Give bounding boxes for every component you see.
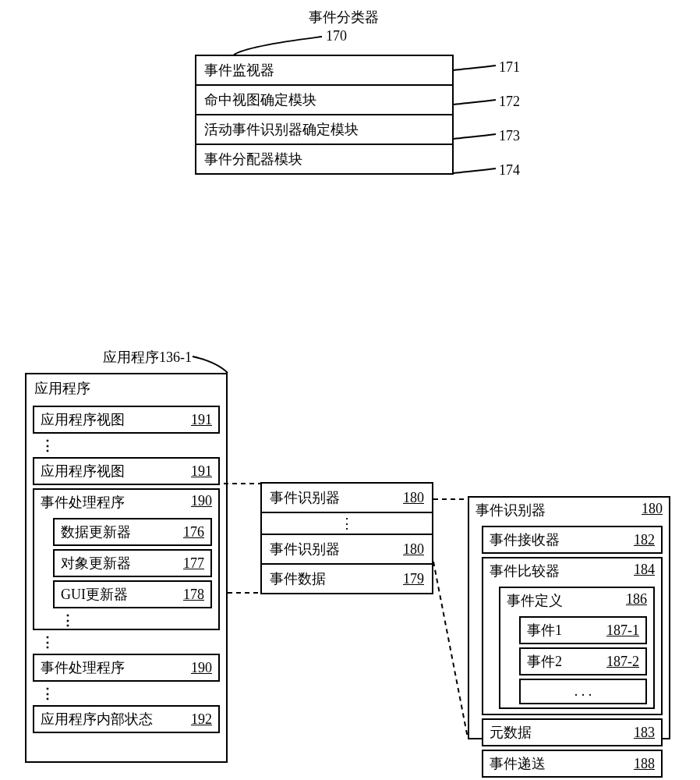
recognizer-row-1: 事件识别器 180 xyxy=(260,482,433,513)
event-handler-header: 事件处理程序 190 xyxy=(34,490,218,515)
event-definition-ref: 186 xyxy=(617,591,647,610)
event-2-label: 事件2 xyxy=(527,652,562,671)
event-comparator-header: 事件比较器 184 xyxy=(483,558,661,583)
application-box: 应用程序 应用程序视图 191 ⋮ 应用程序视图 191 事件处理程序 190 … xyxy=(25,373,228,763)
recognizer-detail-header-ref: 180 xyxy=(632,501,663,519)
application-header: 应用程序 xyxy=(27,374,226,402)
event-definition-header: 事件定义 186 xyxy=(500,588,653,613)
event-2: 事件2 187-2 xyxy=(519,647,647,675)
event-receiver-label: 事件接收器 xyxy=(490,530,560,549)
classifier-row-0-ref: 171 xyxy=(499,59,520,76)
data-updater-label: 数据更新器 xyxy=(61,523,131,541)
event-handler-2: 事件处理程序 190 xyxy=(33,654,220,682)
ellipsis-v-2: ⋮ xyxy=(34,612,218,629)
internal-state: 应用程序内部状态 192 xyxy=(33,705,220,733)
event-comparator-label: 事件比较器 xyxy=(490,562,560,580)
event-data-row: 事件数据 179 xyxy=(260,565,433,594)
gui-updater-label: GUI更新器 xyxy=(61,585,128,604)
classifier-row-2-ref: 173 xyxy=(499,128,520,144)
data-updater-ref: 176 xyxy=(174,524,204,541)
event-handler-label: 事件处理程序 xyxy=(41,493,125,512)
application-title-ref: 136-1 xyxy=(159,349,192,365)
metadata: 元数据 183 xyxy=(482,718,663,746)
event-comparator-ref: 184 xyxy=(624,562,655,580)
classifier-row-3-label: 事件分配器模块 xyxy=(204,150,302,168)
application-title: 应用程序136-1 xyxy=(103,348,192,367)
event-ellipsis: . . . xyxy=(519,679,647,704)
app-view-1-ref: 191 xyxy=(182,412,212,428)
recognizer-row-1-ref: 180 xyxy=(394,490,424,506)
recognizer-row-2: 事件识别器 180 xyxy=(260,535,433,565)
event-handler-ref: 190 xyxy=(182,493,212,512)
recognizer-detail-header-label: 事件识别器 xyxy=(476,501,546,519)
classifier-row-1-ref: 172 xyxy=(499,94,520,110)
app-view-1: 应用程序视图 191 xyxy=(33,406,220,434)
classifier-row-2-label: 活动事件识别器确定模块 xyxy=(204,120,359,139)
recognizer-row-1-label: 事件识别器 xyxy=(270,488,340,507)
event-delivery: 事件递送 188 xyxy=(482,750,663,778)
classifier-box: 事件监视器 命中视图确定模块 活动事件识别器确定模块 事件分配器模块 xyxy=(195,55,454,175)
ellipsis-v-4: ⋮ xyxy=(27,685,226,702)
recognizer-ellipsis: ⋮ xyxy=(260,513,433,535)
internal-state-ref: 192 xyxy=(182,711,212,728)
recognizer-detail: 事件识别器 180 事件接收器 182 事件比较器 184 事件定义 186 事… xyxy=(468,496,670,739)
event-handler-2-ref: 190 xyxy=(182,660,212,676)
object-updater: 对象更新器 177 xyxy=(53,549,212,577)
event-1-ref: 187-1 xyxy=(597,622,639,639)
object-updater-label: 对象更新器 xyxy=(61,554,131,573)
event-handler-group: 事件处理程序 190 数据更新器 176 对象更新器 177 GUI更新器 17… xyxy=(33,488,220,630)
gui-updater-ref: 178 xyxy=(174,587,204,603)
classifier-row-1: 命中视图确定模块 xyxy=(195,86,454,115)
internal-state-label: 应用程序内部状态 xyxy=(41,710,153,729)
app-view-1-label: 应用程序视图 xyxy=(41,410,125,429)
classifier-row-0: 事件监视器 xyxy=(195,55,454,86)
ellipsis-v-1: ⋮ xyxy=(27,437,226,454)
ellipsis-v-3: ⋮ xyxy=(27,633,226,651)
app-view-2: 应用程序视图 191 xyxy=(33,457,220,485)
recognizer-row-2-label: 事件识别器 xyxy=(270,540,340,558)
classifier-ref: 170 xyxy=(326,28,347,44)
classifier-row-3-ref: 174 xyxy=(499,162,520,179)
data-updater: 数据更新器 176 xyxy=(53,518,212,546)
application-title-text: 应用程序 xyxy=(103,349,159,365)
event-1: 事件1 187-1 xyxy=(519,616,647,644)
event-handler-2-label: 事件处理程序 xyxy=(41,658,125,677)
event-data-ref: 179 xyxy=(394,571,424,587)
event-data-label: 事件数据 xyxy=(270,569,326,588)
classifier-row-3: 事件分配器模块 xyxy=(195,145,454,175)
event-definition-label: 事件定义 xyxy=(507,591,563,610)
event-1-label: 事件1 xyxy=(527,621,562,640)
recognizer-detail-header: 事件识别器 180 xyxy=(469,498,669,523)
gui-updater: GUI更新器 178 xyxy=(53,580,212,608)
recognizer-list: 事件识别器 180 ⋮ 事件识别器 180 事件数据 179 xyxy=(260,482,433,594)
event-comparator-group: 事件比较器 184 事件定义 186 事件1 187-1 事件2 187-2 .… xyxy=(482,557,663,715)
event-receiver: 事件接收器 182 xyxy=(482,526,663,554)
event-2-ref: 187-2 xyxy=(597,654,639,670)
classifier-row-0-label: 事件监视器 xyxy=(204,61,274,80)
recognizer-row-2-ref: 180 xyxy=(394,541,424,558)
metadata-label: 元数据 xyxy=(490,723,532,742)
event-delivery-ref: 188 xyxy=(624,756,655,772)
classifier-row-1-label: 命中视图确定模块 xyxy=(204,90,316,109)
app-view-2-ref: 191 xyxy=(182,463,212,480)
metadata-ref: 183 xyxy=(624,725,655,741)
event-delivery-label: 事件递送 xyxy=(490,754,546,773)
event-definition-group: 事件定义 186 事件1 187-1 事件2 187-2 . . . xyxy=(499,587,655,709)
object-updater-ref: 177 xyxy=(174,555,204,572)
classifier-title: 事件分类器 xyxy=(309,8,379,27)
classifier-row-2: 活动事件识别器确定模块 xyxy=(195,115,454,145)
app-view-2-label: 应用程序视图 xyxy=(41,462,125,480)
event-receiver-ref: 182 xyxy=(624,532,655,548)
